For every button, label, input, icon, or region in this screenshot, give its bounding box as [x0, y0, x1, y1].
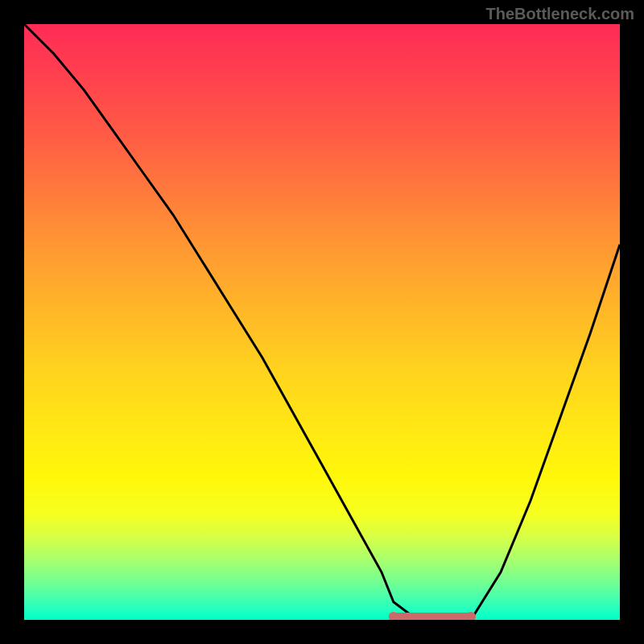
bottleneck-curve: [24, 24, 620, 620]
curve-svg: [24, 24, 620, 620]
plot-area: [24, 24, 620, 620]
watermark-text: TheBottleneck.com: [486, 5, 634, 23]
